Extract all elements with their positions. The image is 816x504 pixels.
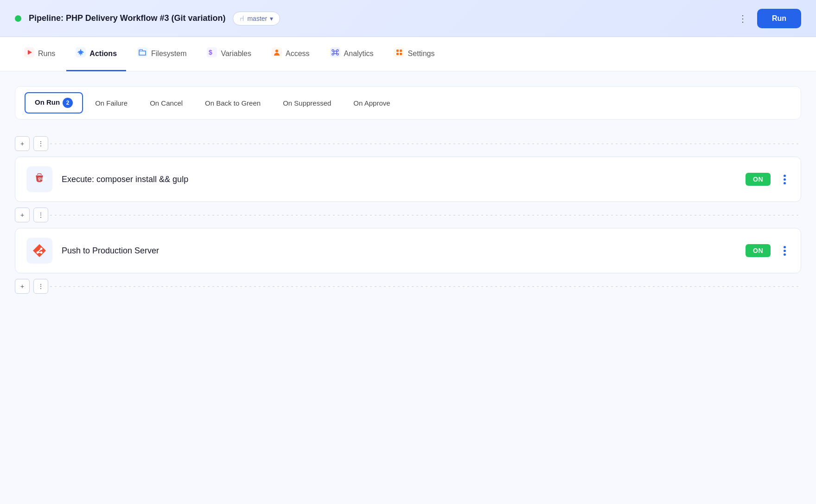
action-1-more-button[interactable] <box>780 173 790 186</box>
dot <box>784 182 786 184</box>
add-row-middle: + ⋮ <box>15 204 801 226</box>
tab-actions-label: Actions <box>89 50 117 58</box>
on-approve-label: On Approve <box>353 99 390 107</box>
menu-dots-icon: ⋮ <box>38 283 44 290</box>
tab-actions[interactable]: Actions <box>66 37 126 71</box>
action-card-2: Push to Production Server ON <box>15 228 801 273</box>
top-header: Pipeline: PHP Delivery Workflow #3 (Git … <box>0 0 816 37</box>
svg-line-15 <box>334 51 334 52</box>
tab-settings[interactable]: Settings <box>385 37 444 71</box>
action-tab-on-back-to-green[interactable]: On Back to Green <box>195 94 271 113</box>
header-actions: ⋮ Run <box>734 9 801 28</box>
svg-line-18 <box>336 53 336 54</box>
tab-access[interactable]: Access <box>262 37 319 71</box>
action-1-label: Execute: composer install && gulp <box>62 175 736 184</box>
add-action-button-top[interactable]: + <box>15 136 30 151</box>
tab-access-label: Access <box>286 50 310 58</box>
svg-text:$: $ <box>209 49 212 56</box>
dot <box>784 246 786 248</box>
dot <box>784 253 786 256</box>
action-icon-wrap-2 <box>26 238 52 264</box>
menu-button-middle[interactable]: ⋮ <box>33 208 48 222</box>
action-tab-on-suppressed[interactable]: On Suppressed <box>273 94 341 113</box>
pipeline-title: Pipeline: PHP Delivery Workflow #3 (Git … <box>29 13 225 23</box>
action-1-on-badge[interactable]: ON <box>746 173 771 186</box>
action-icon-wrap-1: gulp <box>26 166 52 192</box>
add-row-bottom: + ⋮ <box>15 275 801 297</box>
status-indicator <box>15 15 21 22</box>
gulp-icon: gulp <box>31 171 48 188</box>
svg-rect-21 <box>400 50 402 52</box>
svg-rect-20 <box>396 50 399 52</box>
plus-icon: + <box>20 211 24 219</box>
add-action-button-middle[interactable]: + <box>15 208 30 222</box>
svg-text:gulp: gulp <box>38 176 47 181</box>
tab-settings-label: Settings <box>408 50 435 58</box>
more-options-button[interactable]: ⋮ <box>734 9 752 28</box>
menu-dots-icon: ⋮ <box>38 140 44 147</box>
add-row-top: + ⋮ <box>15 132 801 155</box>
tab-filesystem[interactable]: Filesystem <box>128 37 196 71</box>
action-card-1: gulp Execute: composer install && gulp O… <box>15 157 801 202</box>
settings-icon <box>394 47 404 60</box>
run-button[interactable]: Run <box>757 9 801 28</box>
git-icon <box>31 242 48 259</box>
dot <box>784 175 786 177</box>
actions-icon <box>76 47 86 60</box>
svg-rect-9 <box>330 47 340 57</box>
action-tabs-bar: On Run2 On Failure On Cancel On Back to … <box>15 86 801 120</box>
content-area: On Run2 On Failure On Cancel On Back to … <box>0 71 816 504</box>
on-cancel-label: On Cancel <box>150 99 183 107</box>
action-2-on-badge[interactable]: ON <box>746 244 771 257</box>
action-tab-on-failure[interactable]: On Failure <box>85 94 138 113</box>
svg-rect-22 <box>396 53 399 55</box>
tab-runs[interactable]: Runs <box>15 37 64 71</box>
action-tab-on-run[interactable]: On Run2 <box>25 92 83 113</box>
svg-line-16 <box>336 51 336 52</box>
branch-icon: ⑁ <box>240 14 244 23</box>
access-icon <box>272 47 282 60</box>
tab-runs-label: Runs <box>38 50 55 58</box>
tab-analytics-label: Analytics <box>344 50 374 58</box>
on-run-label: On Run <box>35 98 60 106</box>
filesystem-icon <box>137 47 147 60</box>
menu-button-bottom[interactable]: ⋮ <box>33 279 48 294</box>
dot <box>784 250 786 252</box>
on-suppressed-label: On Suppressed <box>283 99 331 107</box>
svg-point-8 <box>275 50 278 52</box>
action-2-label: Push to Production Server <box>62 246 736 256</box>
branch-label: master <box>247 15 267 22</box>
svg-rect-19 <box>394 47 404 57</box>
chevron-down-icon: ▾ <box>270 15 273 22</box>
svg-line-17 <box>334 53 334 54</box>
tab-variables[interactable]: $ Variables <box>198 37 261 71</box>
tab-variables-label: Variables <box>221 50 251 58</box>
analytics-icon <box>330 47 340 60</box>
runs-icon <box>24 47 34 60</box>
action-2-more-button[interactable] <box>780 244 790 258</box>
nav-tabs: Runs Actions File <box>0 37 816 71</box>
plus-icon: + <box>20 140 24 147</box>
plus-icon: + <box>20 283 24 290</box>
on-back-to-green-label: On Back to Green <box>205 99 261 107</box>
tab-filesystem-label: Filesystem <box>151 50 186 58</box>
menu-dots-icon: ⋮ <box>38 211 44 219</box>
pipeline-info: Pipeline: PHP Delivery Workflow #3 (Git … <box>15 12 280 25</box>
add-action-button-bottom[interactable]: + <box>15 279 30 294</box>
action-tab-on-approve[interactable]: On Approve <box>343 94 400 113</box>
action-tab-on-cancel[interactable]: On Cancel <box>140 94 193 113</box>
menu-button-top[interactable]: ⋮ <box>33 136 48 151</box>
main-container: Runs Actions File <box>0 37 816 504</box>
tab-analytics[interactable]: Analytics <box>321 37 383 71</box>
variables-icon: $ <box>207 47 217 60</box>
on-failure-label: On Failure <box>95 99 128 107</box>
on-run-badge: 2 <box>63 98 73 108</box>
dot <box>784 178 786 181</box>
actions-list: + ⋮ gulp Execute: <box>15 132 801 297</box>
branch-selector[interactable]: ⑁ master ▾ <box>233 12 280 25</box>
svg-rect-23 <box>400 53 402 55</box>
